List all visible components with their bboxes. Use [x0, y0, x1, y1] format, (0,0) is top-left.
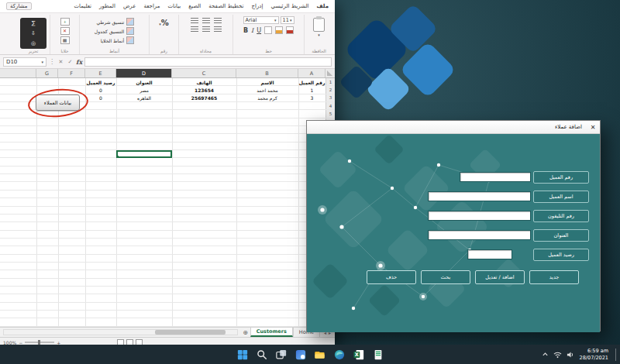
- taskbar-clock[interactable]: 6:59 am 28/07/2021: [580, 348, 608, 361]
- cell-B3[interactable]: كرم محمد: [236, 94, 298, 102]
- tab-insert[interactable]: إدراج: [251, 3, 263, 9]
- customer-name-input[interactable]: [428, 191, 531, 201]
- row-header-4[interactable]: 4: [326, 102, 335, 109]
- add-sheet-button[interactable]: ⊕: [241, 328, 250, 337]
- search-button[interactable]: بحث: [421, 270, 470, 284]
- cell-A3[interactable]: 3: [298, 94, 326, 102]
- column-header[interactable]: [0, 69, 36, 77]
- add-edit-button[interactable]: اضافة / تعديل: [475, 270, 525, 284]
- paste-button[interactable]: ▾: [313, 18, 325, 37]
- font-name-select[interactable]: Arial▾: [243, 16, 279, 24]
- customer-data-button[interactable]: بيانات العملاء: [36, 94, 80, 111]
- start-button[interactable]: [236, 348, 249, 361]
- delete-button[interactable]: حذف: [367, 270, 416, 284]
- select-all-corner[interactable]: [326, 69, 335, 77]
- tab-developer[interactable]: المطور: [99, 3, 115, 9]
- file-explorer-button[interactable]: [313, 348, 326, 361]
- editing-panel[interactable]: ∑ ⇩ ◎: [20, 18, 46, 49]
- fill-icon[interactable]: ⇩: [31, 30, 36, 36]
- network-tray-icon[interactable]: [553, 351, 562, 359]
- sheet-tab-customers[interactable]: Customers: [250, 328, 293, 337]
- close-icon[interactable]: ✕: [586, 124, 600, 131]
- excel-file-button[interactable]: [371, 348, 384, 361]
- underline-button[interactable]: U: [257, 27, 261, 34]
- tab-page-layout[interactable]: تخطيط الصفحة: [208, 3, 243, 9]
- sheet-grid[interactable]: 1234567891011121314151617181920212223242…: [0, 78, 335, 327]
- tab-review[interactable]: مراجعة: [143, 3, 160, 9]
- volume-tray-icon[interactable]: [567, 351, 575, 359]
- column-header-F[interactable]: F: [58, 69, 85, 77]
- phone-number-input[interactable]: [428, 211, 531, 221]
- excel-taskbar-button[interactable]: X: [352, 348, 365, 361]
- italic-button[interactable]: I: [251, 27, 253, 34]
- cell-E3[interactable]: 0: [85, 94, 116, 102]
- active-cell-selection[interactable]: [116, 150, 172, 158]
- cell-D1[interactable]: العنوان: [116, 78, 172, 86]
- tab-view[interactable]: عرض: [123, 3, 136, 9]
- cell-B2[interactable]: محمد احمد: [236, 86, 298, 94]
- cell-C3[interactable]: 25697465: [172, 94, 236, 102]
- tab-file[interactable]: ملف: [316, 3, 329, 9]
- find-icon[interactable]: ◎: [31, 40, 36, 46]
- cell-C1[interactable]: الهاتف: [172, 78, 236, 86]
- cell-styles-button[interactable]: أنماط الخلايا: [95, 36, 134, 44]
- show-desktop-button[interactable]: [615, 349, 618, 361]
- cell-B1[interactable]: الاسم: [236, 78, 298, 86]
- column-header-D[interactable]: D: [116, 69, 172, 77]
- tab-home[interactable]: الشريط الرئيسي: [270, 3, 308, 9]
- formula-input[interactable]: [84, 57, 332, 67]
- form-title-bar[interactable]: اضافة عملاء ✕: [307, 121, 600, 134]
- cell-A2[interactable]: 1: [298, 86, 326, 94]
- column-header-G[interactable]: G: [36, 69, 58, 77]
- cell-A1[interactable]: رقم العميل: [298, 78, 326, 86]
- column-header-C[interactable]: C: [172, 69, 236, 77]
- conditional-formatting-button[interactable]: تنسيق شرطي: [95, 18, 134, 26]
- name-box[interactable]: D10▾: [3, 57, 46, 67]
- cell-E2[interactable]: 0: [85, 86, 116, 94]
- search-button[interactable]: [255, 348, 268, 361]
- tab-formulas[interactable]: الصيغ: [188, 3, 201, 9]
- scrollbar-thumb[interactable]: [155, 330, 225, 335]
- cell-D2[interactable]: مصر: [116, 86, 172, 94]
- align-center-button[interactable]: [202, 26, 210, 33]
- autosum-icon[interactable]: ∑: [32, 20, 36, 26]
- cell-E1[interactable]: رصيد العميل: [85, 78, 116, 86]
- font-color-button[interactable]: [286, 26, 294, 34]
- insert-cells-button[interactable]: ＋: [60, 18, 70, 26]
- edge-button[interactable]: [332, 348, 346, 361]
- customer-number-input[interactable]: [460, 172, 531, 182]
- delete-cells-button[interactable]: ✕: [60, 27, 70, 35]
- percent-style-button[interactable]: %▾: [159, 19, 169, 27]
- customer-balance-input[interactable]: [467, 249, 512, 259]
- bold-button[interactable]: B: [243, 27, 248, 34]
- column-header-E[interactable]: E: [85, 69, 116, 77]
- row-header-5[interactable]: 5: [326, 110, 335, 117]
- fill-color-button[interactable]: [275, 26, 283, 34]
- font-size-select[interactable]: 11▾: [281, 16, 294, 24]
- horizontal-scrollbar[interactable]: [3, 329, 238, 335]
- format-cells-button[interactable]: ▦: [60, 36, 70, 44]
- align-middle-button[interactable]: [202, 18, 210, 24]
- new-button[interactable]: جديد: [529, 270, 579, 284]
- format-as-table-button[interactable]: التنسيق كجدول: [95, 27, 134, 35]
- hidden-icons-chevron[interactable]: [542, 351, 549, 358]
- tab-help[interactable]: تعليمات: [74, 3, 92, 9]
- insert-function-button[interactable]: fx: [76, 58, 82, 66]
- align-left-button[interactable]: [191, 26, 198, 33]
- address-input[interactable]: [428, 230, 531, 240]
- align-top-button[interactable]: [214, 18, 222, 24]
- zoom-slider[interactable]: [25, 342, 54, 343]
- tab-data[interactable]: بيانات: [167, 3, 181, 9]
- task-view-button[interactable]: [274, 348, 288, 361]
- confirm-entry-icon[interactable]: ✓: [67, 59, 74, 65]
- share-button[interactable]: مشاركة: [6, 2, 32, 10]
- row-header-3[interactable]: 3: [326, 94, 335, 101]
- row-header-1[interactable]: 1: [326, 78, 335, 85]
- column-header-A[interactable]: A: [298, 69, 326, 77]
- cancel-entry-icon[interactable]: ✕: [57, 59, 64, 65]
- column-header-B[interactable]: B: [236, 69, 298, 77]
- widgets-button[interactable]: [294, 348, 307, 361]
- cell-D3[interactable]: القاهره: [116, 94, 172, 102]
- align-right-button[interactable]: [214, 26, 222, 33]
- row-header-2[interactable]: 2: [326, 86, 335, 93]
